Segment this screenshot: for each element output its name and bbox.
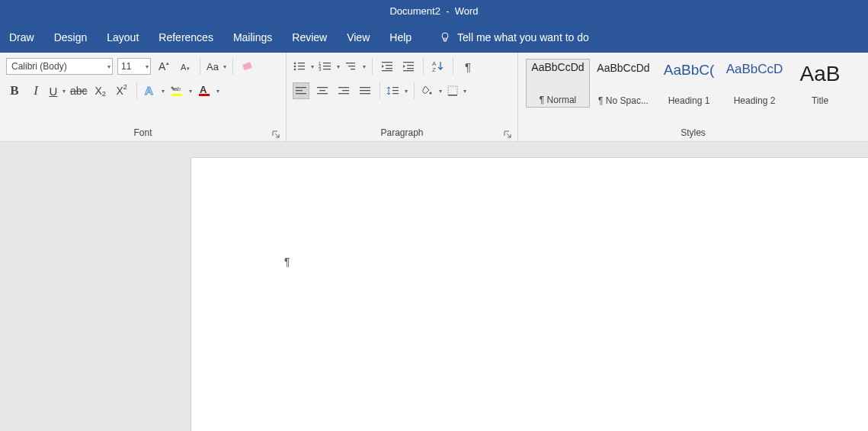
bold-button[interactable]: B [6, 82, 23, 99]
svg-text:Z: Z [432, 66, 436, 73]
tab-draw[interactable]: Draw [9, 31, 34, 43]
svg-text:3: 3 [319, 67, 322, 72]
multilevel-list-button[interactable] [344, 58, 366, 75]
ribbon: Calibri (Body) ▾ 11 ▾ A▴ A▾ Aa [0, 53, 868, 142]
bullet-list-button[interactable] [293, 58, 314, 75]
style-preview: AaBbCcDd [597, 62, 649, 74]
superscript-button[interactable]: X2 [114, 82, 130, 99]
svg-rect-30 [403, 62, 414, 63]
tab-references[interactable]: References [159, 31, 213, 43]
svg-rect-44 [338, 93, 349, 94]
svg-text:A: A [200, 84, 207, 95]
font-size-combo[interactable]: 11 ▾ [117, 58, 151, 75]
svg-text:▾: ▾ [187, 66, 190, 71]
tab-review[interactable]: Review [292, 31, 327, 43]
svg-text:A: A [159, 60, 166, 72]
borders-button[interactable] [447, 82, 466, 99]
svg-rect-33 [403, 70, 414, 71]
subscript-button[interactable]: X2 [92, 82, 109, 99]
svg-rect-10 [199, 94, 210, 96]
separator [414, 82, 415, 99]
justify-button[interactable] [357, 82, 373, 99]
change-case-button[interactable]: Aa [207, 58, 226, 75]
align-left-button[interactable] [293, 82, 309, 99]
svg-rect-26 [382, 62, 392, 63]
tell-me[interactable]: Tell me what you want to do [439, 31, 589, 43]
style-name-label: ¶ No Spac... [593, 95, 654, 106]
style-name-label: Title [790, 95, 850, 106]
grow-font-button[interactable]: A▴ [155, 58, 172, 75]
strikethrough-button[interactable]: abc [70, 82, 88, 99]
svg-rect-42 [338, 87, 349, 88]
align-right-button[interactable] [335, 82, 352, 99]
style-preview: AaBbCcDd [531, 61, 584, 73]
font-name-combo[interactable]: Calibri (Body) ▾ [6, 58, 113, 75]
svg-rect-40 [319, 90, 325, 91]
document-page[interactable]: ¶ [191, 157, 868, 431]
style--normal[interactable]: AaBbCcDd¶ Normal [526, 59, 590, 108]
underline-button[interactable]: U [49, 82, 66, 99]
font-size-value: 11 [121, 61, 131, 72]
svg-rect-23 [346, 63, 355, 63]
svg-rect-28 [386, 68, 392, 69]
style-name-label: Heading 2 [724, 95, 785, 106]
svg-rect-37 [296, 90, 303, 91]
svg-rect-20 [323, 66, 331, 66]
italic-button[interactable]: I [27, 82, 44, 99]
shading-button[interactable] [421, 82, 442, 99]
separator [372, 58, 373, 75]
svg-rect-14 [298, 66, 305, 66]
highlight-button[interactable]: ab [169, 82, 192, 99]
style-name-label: ¶ Normal [528, 95, 588, 105]
svg-text:▴: ▴ [166, 60, 169, 66]
svg-rect-46 [360, 90, 370, 91]
tab-mailings[interactable]: Mailings [233, 31, 272, 43]
style-heading-1[interactable]: AaBbC(Heading 1 [657, 59, 721, 108]
style-heading-2[interactable]: AaBbCcDHeading 2 [722, 59, 786, 108]
tab-layout[interactable]: Layout [107, 31, 139, 43]
font-dialog-launcher[interactable] [271, 129, 281, 140]
tab-help[interactable]: Help [389, 31, 412, 43]
svg-rect-39 [317, 87, 328, 88]
decrease-indent-button[interactable] [379, 58, 396, 75]
separator [232, 58, 233, 75]
separator [453, 58, 453, 75]
separator [380, 82, 380, 99]
tab-view[interactable]: View [347, 31, 370, 43]
sort-button[interactable]: AZ [430, 58, 447, 75]
style-name-label: Heading 1 [658, 95, 719, 106]
font-color-button[interactable]: A [197, 82, 219, 99]
svg-text:A: A [181, 63, 187, 72]
line-spacing-button[interactable] [386, 82, 408, 99]
text-effects-button[interactable]: A [143, 82, 165, 99]
group-font: Calibri (Body) ▾ 11 ▾ A▴ A▾ Aa [0, 53, 287, 141]
title-app: Word [455, 5, 479, 17]
svg-rect-12 [298, 63, 305, 63]
svg-rect-38 [296, 93, 306, 94]
style-preview: AaB [800, 62, 841, 86]
svg-rect-43 [342, 90, 349, 91]
numbered-list-button[interactable]: 123 [319, 58, 340, 75]
group-font-label: Font [133, 127, 152, 138]
svg-rect-27 [386, 65, 392, 66]
lightbulb-icon [439, 31, 451, 43]
title-doc: Document2 [389, 5, 440, 17]
paragraph-mark-icon: ¶ [284, 256, 290, 268]
shrink-font-button[interactable]: A▾ [177, 58, 194, 75]
svg-rect-41 [317, 93, 328, 94]
document-canvas[interactable]: ¶ [0, 142, 868, 431]
style--no-spac-[interactable]: AaBbCcDd¶ No Spac... [591, 59, 655, 108]
align-center-button[interactable] [314, 82, 331, 99]
font-name-value: Calibri (Body) [11, 61, 67, 72]
tab-design[interactable]: Design [54, 31, 88, 43]
clear-formatting-button[interactable] [239, 58, 256, 75]
svg-rect-52 [448, 86, 457, 95]
svg-rect-18 [323, 63, 331, 63]
svg-rect-31 [407, 65, 414, 66]
paragraph-dialog-launcher[interactable] [502, 129, 513, 140]
style-title[interactable]: AaBTitle [788, 59, 852, 108]
svg-rect-8 [171, 94, 182, 96]
show-paragraph-marks-button[interactable]: ¶ [460, 58, 476, 75]
svg-rect-50 [392, 93, 399, 94]
increase-indent-button[interactable] [400, 58, 417, 75]
